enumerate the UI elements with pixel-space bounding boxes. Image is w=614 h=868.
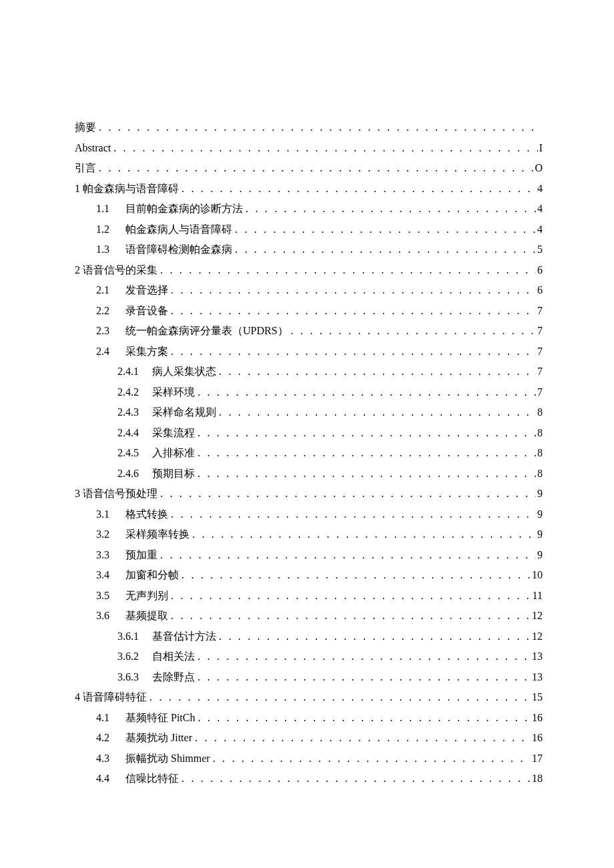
toc-entry-number: 2.4.1 (117, 362, 152, 382)
toc-entry-page: 4 (536, 220, 543, 240)
toc-entry[interactable]: 1.2帕金森病人与语音障碍. . . . . . . . . . . . . .… (75, 220, 543, 240)
toc-entry[interactable]: 2.1发音选择. . . . . . . . . . . . . . . . .… (75, 280, 543, 301)
toc-entry-title: 去除野点 (152, 667, 198, 688)
toc-entry-title: 基音估计方法 (152, 626, 219, 647)
toc-entry-page: 11 (531, 586, 543, 606)
toc-leader-dots: . . . . . . . . . . . . . . . . . . . . … (113, 138, 537, 159)
toc-leader-dots: . . . . . . . . . . . . . . . . . . . . … (198, 464, 536, 484)
toc-entry[interactable]: 3.6基频提取. . . . . . . . . . . . . . . . .… (75, 606, 543, 626)
toc-entry-title: 基频特征 PitCh (125, 708, 198, 729)
toc-entry-title: 语音障碍检测帕金森病 (125, 240, 235, 260)
toc-entry[interactable]: 3.1格式转换. . . . . . . . . . . . . . . . .… (75, 504, 543, 525)
toc-entry-number: 1.1 (96, 199, 125, 220)
toc-entry-number: 2.2 (96, 301, 125, 322)
toc-entry[interactable]: 3.6.3去除野点. . . . . . . . . . . . . . . .… (75, 667, 543, 688)
toc-leader-dots: . . . . . . . . . . . . . . . . . . . . … (182, 769, 531, 789)
toc-leader-dots: . . . . . . . . . . . . . . . . . . . . … (235, 240, 536, 260)
toc-entry[interactable]: 2.4.1病人采集状态. . . . . . . . . . . . . . .… (75, 362, 543, 382)
toc-entry-number: 3.4 (96, 565, 125, 586)
toc-entry-page: 9 (536, 504, 543, 525)
toc-entry[interactable]: 4.1基频特征 PitCh. . . . . . . . . . . . . .… (75, 708, 543, 729)
toc-entry[interactable]: 4.2基频扰动 Jitter. . . . . . . . . . . . . … (75, 728, 543, 749)
toc-entry-page: 10 (531, 565, 543, 586)
toc-entry[interactable]: 3.3预加重. . . . . . . . . . . . . . . . . … (75, 545, 543, 566)
toc-leader-dots: . . . . . . . . . . . . . . . . . . . . … (99, 158, 533, 179)
toc-leader-dots: . . . . . . . . . . . . . . . . . . . . … (171, 342, 536, 362)
toc-entry[interactable]: 4.3振幅扰动 Shimmer. . . . . . . . . . . . .… (75, 749, 543, 769)
toc-entry-number: 2.3 (96, 321, 125, 342)
toc-entry-page: 6 (536, 280, 543, 301)
toc-entry[interactable]: 引言. . . . . . . . . . . . . . . . . . . … (75, 158, 543, 179)
toc-leader-dots: . . . . . . . . . . . . . . . . . . . . … (171, 280, 536, 301)
toc-entry-title: 1 帕金森病与语音障碍 (75, 179, 182, 199)
toc-entry-title: 入排标准 (152, 443, 198, 464)
toc-entry-title: 采集方案 (125, 342, 171, 362)
toc-entry-page: 15 (531, 687, 543, 708)
toc-entry-page: 8 (536, 423, 543, 444)
toc-entry-title: 发音选择 (125, 280, 171, 301)
toc-entry[interactable]: 3.6.1基音估计方法. . . . . . . . . . . . . . .… (75, 626, 543, 647)
toc-entry[interactable]: 2 语音信号的采集. . . . . . . . . . . . . . . .… (75, 260, 543, 281)
toc-leader-dots: . . . . . . . . . . . . . . . . . . . . … (198, 667, 531, 688)
toc-entry[interactable]: 摘要. . . . . . . . . . . . . . . . . . . … (75, 117, 543, 138)
toc-entry-page: 9 (536, 484, 543, 504)
toc-leader-dots: . . . . . . . . . . . . . . . . . . . . … (99, 117, 541, 138)
toc-entry[interactable]: 4.4信噪比特征. . . . . . . . . . . . . . . . … (75, 769, 543, 789)
toc-leader-dots: . . . . . . . . . . . . . . . . . . . . … (219, 626, 531, 647)
toc-entry[interactable]: 1.3语音障碍检测帕金森病. . . . . . . . . . . . . .… (75, 240, 543, 260)
toc-entry-number: 4.3 (96, 749, 125, 769)
toc-entry-title: 统一帕金森病评分量表（UPDRS） (125, 321, 291, 342)
toc-entry-title: 无声判别 (125, 586, 171, 606)
toc-entry[interactable]: 1.1目前帕金森病的诊断方法. . . . . . . . . . . . . … (75, 199, 543, 220)
toc-leader-dots: . . . . . . . . . . . . . . . . . . . . … (182, 179, 536, 199)
toc-entry-title: 2 语音信号的采集 (75, 260, 160, 281)
toc-entry-title: 振幅扰动 Shimmer (125, 749, 213, 769)
toc-entry[interactable]: 1 帕金森病与语音障碍. . . . . . . . . . . . . . .… (75, 179, 543, 199)
toc-entry-number: 2.1 (96, 280, 125, 301)
toc-leader-dots: . . . . . . . . . . . . . . . . . . . . … (198, 382, 536, 403)
toc-entry[interactable]: 2.4.3采样命名规则. . . . . . . . . . . . . . .… (75, 402, 543, 423)
toc-entry-number: 3.2 (96, 524, 125, 545)
toc-entry-number: 3.6.3 (117, 667, 152, 688)
toc-entry-number: 2.4.5 (117, 443, 152, 464)
toc-leader-dots: . . . . . . . . . . . . . . . . . . . . … (160, 484, 536, 504)
toc-entry[interactable]: 2.3统一帕金森病评分量表（UPDRS）. . . . . . . . . . … (75, 321, 543, 342)
toc-entry-page: 9 (536, 524, 543, 545)
toc-entry-page: 7 (536, 321, 543, 342)
toc-entry-number: 1.3 (96, 240, 125, 260)
toc-entry[interactable]: 2.4采集方案. . . . . . . . . . . . . . . . .… (75, 342, 543, 362)
toc-entry[interactable]: 3 语音信号预处理. . . . . . . . . . . . . . . .… (75, 484, 543, 504)
toc-leader-dots: . . . . . . . . . . . . . . . . . . . . … (192, 524, 536, 545)
toc-entry-number: 1.2 (96, 220, 125, 240)
toc-entry-number: 3.5 (96, 586, 125, 606)
toc-entry-number: 3.6.2 (117, 646, 152, 667)
toc-entry-number: 2.4.3 (117, 402, 152, 423)
toc-entry-title: 预加重 (125, 545, 160, 566)
toc-entry-title: 录音设备 (125, 301, 171, 322)
toc-entry[interactable]: 3.6.2自相关法. . . . . . . . . . . . . . . .… (75, 646, 543, 667)
toc-entry[interactable]: 2.4.6预期目标. . . . . . . . . . . . . . . .… (75, 464, 543, 484)
toc-entry-page: 8 (536, 464, 543, 484)
toc-entry[interactable]: 2.4.4采集流程. . . . . . . . . . . . . . . .… (75, 423, 543, 444)
toc-entry-title: 预期目标 (152, 464, 198, 484)
toc-entry-number: 3.1 (96, 504, 125, 525)
toc-entry[interactable]: 2.2录音设备. . . . . . . . . . . . . . . . .… (75, 301, 543, 322)
toc-entry[interactable]: 3.4加窗和分帧. . . . . . . . . . . . . . . . … (75, 565, 543, 586)
toc-entry-title: 3 语音信号预处理 (75, 484, 160, 504)
toc-entry-title: 基频提取 (125, 606, 171, 626)
toc-entry-title: Abstract (75, 138, 113, 159)
toc-leader-dots: . . . . . . . . . . . . . . . . . . . . … (198, 708, 531, 729)
toc-leader-dots: . . . . . . . . . . . . . . . . . . . . … (171, 606, 531, 626)
toc-entry[interactable]: 4 语音障碍特征. . . . . . . . . . . . . . . . … (75, 687, 543, 708)
toc-entry[interactable]: 3.5无声判别. . . . . . . . . . . . . . . . .… (75, 586, 543, 606)
toc-leader-dots: . . . . . . . . . . . . . . . . . . . . … (219, 402, 536, 423)
toc-entry[interactable]: 2.4.2采样环境. . . . . . . . . . . . . . . .… (75, 382, 543, 403)
toc-entry-title: 信噪比特征 (125, 769, 182, 789)
toc-entry[interactable]: Abstract. . . . . . . . . . . . . . . . … (75, 138, 543, 159)
toc-leader-dots: . . . . . . . . . . . . . . . . . . . . … (160, 260, 536, 281)
toc-entry-number: 4.1 (96, 708, 125, 729)
toc-entry[interactable]: 3.2采样频率转换. . . . . . . . . . . . . . . .… (75, 524, 543, 545)
table-of-contents: 摘要. . . . . . . . . . . . . . . . . . . … (75, 117, 543, 789)
toc-leader-dots: . . . . . . . . . . . . . . . . . . . . … (160, 545, 536, 566)
toc-entry[interactable]: 2.4.5入排标准. . . . . . . . . . . . . . . .… (75, 443, 543, 464)
